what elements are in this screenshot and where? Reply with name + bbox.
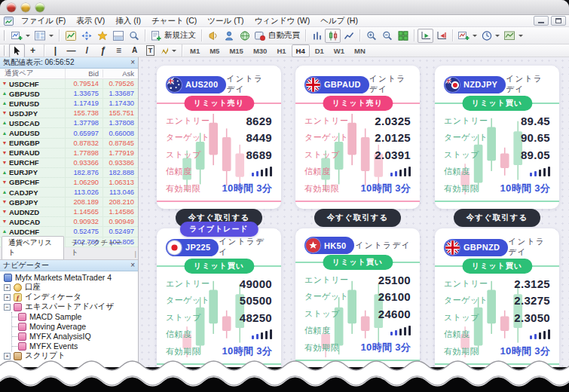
tab-symbols[interactable]: 通貨ペアリスト	[2, 236, 64, 259]
templates-button[interactable]	[502, 29, 525, 43]
timeframe-button-d1[interactable]: D1	[311, 44, 329, 57]
community-button[interactable]	[221, 29, 237, 43]
symbol-pill[interactable]: AUS200	[166, 76, 226, 93]
nav-item-child[interactable]: MYFX AnalysisIQ	[12, 332, 138, 341]
symbol-pill[interactable]: GBPNZD	[444, 239, 508, 256]
market-watch-button[interactable]	[63, 29, 78, 43]
fibonacci-tool-button[interactable]: ƒ	[95, 44, 111, 58]
zoom-in-button[interactable]	[363, 29, 379, 43]
indicators-button[interactable]	[456, 29, 479, 43]
timeframe-button-m5[interactable]: M5	[205, 44, 224, 57]
nav-item-indicators[interactable]: +fインディケータ	[0, 292, 138, 302]
nav-item-experts[interactable]: −エキスパートアドバイザ	[0, 302, 138, 312]
trendline-tool-button[interactable]: /	[79, 44, 95, 58]
tree-expand-toggle[interactable]: −	[4, 304, 11, 311]
vertical-line-tool-button[interactable]: |	[47, 44, 63, 58]
close-button[interactable]	[7, 3, 16, 12]
text-tool-button[interactable]: A	[127, 44, 142, 58]
symbol-pill[interactable]: NZDJPY	[444, 76, 506, 93]
minimize-button[interactable]	[21, 3, 30, 12]
market-watch-row[interactable]: ▼ EURAUD 1.77898 1.77919	[0, 149, 138, 158]
market-watch-row[interactable]: ▲ USDCAD 1.37798 1.37808	[0, 118, 138, 128]
market-watch-row[interactable]: ▼ GBPCHF 1.06290 1.06313	[0, 178, 138, 188]
menu-item[interactable]: チャート (C)	[146, 15, 202, 27]
window-titlebar[interactable]	[0, 0, 569, 15]
market-watch-row[interactable]: ▲ EURJPY 182.876 182.888	[0, 168, 138, 178]
crosshair-tool-button[interactable]: +	[25, 44, 41, 58]
menu-item[interactable]: 表示 (V)	[71, 15, 110, 27]
menu-item[interactable]: 挿入 (I)	[110, 15, 146, 27]
menu-item[interactable]: ウィンドウ (W)	[249, 15, 316, 27]
market-watch-row[interactable]: ▼ USDJPY 155.738 155.751	[0, 109, 138, 118]
alerts-button[interactable]	[205, 29, 221, 43]
nav-item-root[interactable]: Myfx Markets MetaTrader 4	[0, 273, 138, 283]
market-watch-row[interactable]: ▼ USDCHF 0.79514 0.79526	[0, 79, 138, 89]
column-ask: Ask	[103, 69, 138, 78]
line-chart-button[interactable]	[341, 29, 356, 43]
zoom-button[interactable]	[35, 3, 44, 12]
trade-now-button[interactable]: 今すぐ取引する	[314, 209, 401, 227]
nav-item-child[interactable]: MYFX Events	[12, 341, 138, 351]
auto-scroll-button[interactable]	[418, 29, 433, 43]
tree-expand-toggle[interactable]: +	[4, 294, 11, 301]
symbol-pill[interactable]: JP225	[166, 239, 219, 256]
tree-expand-toggle[interactable]: +	[4, 353, 11, 360]
tab-tick-chart[interactable]: ティックチャート	[65, 236, 134, 259]
direction-badge: リミット売り	[184, 96, 254, 111]
toolbar-drag-handle[interactable]	[4, 45, 6, 56]
horizontal-line-tool-button[interactable]: —	[63, 44, 79, 58]
symbol-pill[interactable]: HK50	[304, 237, 354, 254]
trade-now-button[interactable]: 今すぐ取引する	[454, 209, 540, 227]
market-watch-row[interactable]: ▲ EURUSD 1.17419 1.17430	[0, 99, 138, 109]
timeframe-button-m30[interactable]: M30	[249, 44, 271, 57]
text-label-tool-button[interactable]: T	[142, 44, 158, 58]
symbol-pill[interactable]: GBPAUD	[304, 76, 369, 93]
timeframe-button-w1[interactable]: W1	[329, 44, 349, 57]
market-watch-row[interactable]: ▼ GBPJPY 208.189 208.210	[0, 198, 138, 207]
market-watch-row[interactable]: ▼ AUDNZD 1.14565 1.14586	[0, 207, 138, 217]
market-watch-row[interactable]: ▲ GBPUSD 1.33675 1.33687	[0, 89, 138, 99]
bar-chart-button[interactable]	[309, 29, 325, 43]
market-watch-row[interactable]: ▲ AUDUSD 0.65997 0.66008	[0, 128, 138, 138]
market-watch-row[interactable]: ▼ AUDCAD 0.90932 0.90949	[0, 217, 138, 227]
market-watch-row[interactable]: ▲ CADJPY 113.026 113.046	[0, 188, 138, 198]
nav-item-accounts[interactable]: +口座	[0, 283, 138, 292]
autotrade-button[interactable]: 自動売買	[252, 29, 302, 43]
mdi-minimize-button[interactable]	[534, 16, 549, 26]
menu-item[interactable]: ヘルプ (H)	[315, 15, 363, 27]
tile-windows-button[interactable]	[395, 29, 411, 43]
toolbar-drag-handle[interactable]	[4, 30, 6, 41]
mdi-restore-button[interactable]	[551, 16, 566, 26]
ask-value: 0.90949	[103, 217, 138, 226]
menu-item[interactable]: ファイル (F)	[16, 15, 71, 27]
menu-item[interactable]: ツール (T)	[202, 15, 249, 27]
new-chart-button[interactable]	[9, 29, 32, 43]
timeframe-button-mn[interactable]: MN	[350, 44, 370, 57]
strategy-tester-button[interactable]	[126, 29, 142, 43]
data-window-button[interactable]	[78, 29, 94, 43]
mql5-globe-button[interactable]	[237, 29, 252, 43]
profiles-button[interactable]	[32, 29, 56, 43]
new-order-button[interactable]: 新規注文	[148, 29, 198, 43]
arrows-tool-button[interactable]	[158, 44, 179, 58]
channel-tool-button[interactable]: ≡	[111, 44, 127, 58]
navigator-button[interactable]	[94, 29, 110, 43]
timeframe-button-h4[interactable]: H4	[292, 44, 310, 57]
periods-button[interactable]	[479, 29, 502, 43]
close-icon[interactable]: ×	[130, 59, 135, 66]
market-watch-row[interactable]: ▼ EURGBP 0.87832 0.87845	[0, 139, 138, 149]
timeframe-button-h1[interactable]: H1	[272, 44, 290, 57]
chart-shift-button[interactable]	[433, 29, 449, 43]
nav-item-child[interactable]: Moving Average	[12, 322, 138, 332]
terminal-button[interactable]	[110, 29, 126, 43]
candlestick-chart-button[interactable]	[325, 29, 341, 43]
tree-expand-toggle[interactable]: +	[4, 284, 11, 291]
close-icon[interactable]: ×	[130, 262, 135, 269]
zoom-out-button[interactable]	[379, 29, 395, 43]
nav-item-child[interactable]: MACD Sample	[12, 312, 138, 322]
timeframe-button-m1[interactable]: M1	[185, 44, 204, 57]
nav-item-label: MYFX AnalysisIQ	[29, 332, 91, 341]
market-watch-row[interactable]: ▼ EURCHF 0.93366 0.93386	[0, 158, 138, 168]
timeframe-button-m15[interactable]: M15	[225, 44, 247, 57]
cursor-tool-button[interactable]	[9, 44, 25, 58]
